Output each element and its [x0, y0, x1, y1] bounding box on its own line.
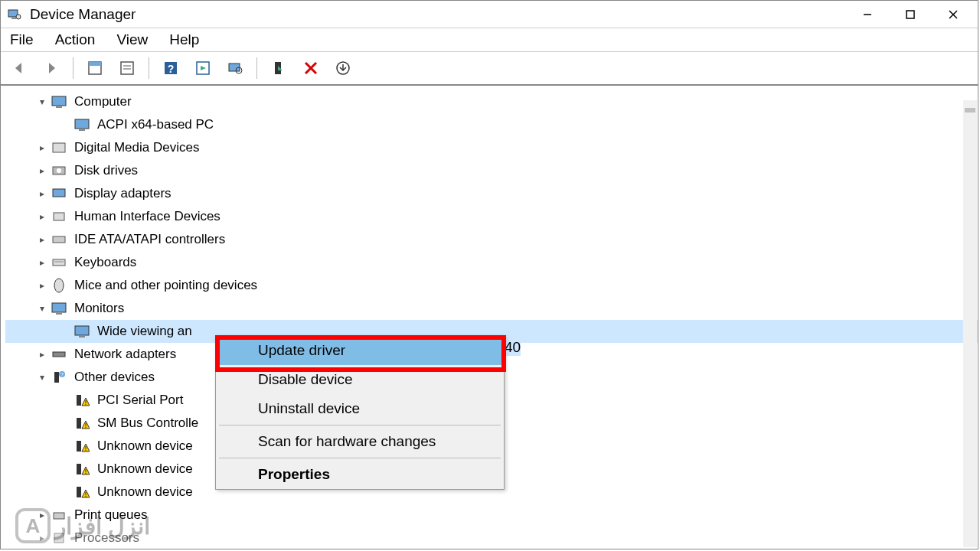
display-icon	[51, 186, 67, 201]
close-button[interactable]	[941, 5, 965, 24]
selected-item-tail: 40	[505, 339, 521, 356]
uninstall-button[interactable]	[299, 56, 323, 80]
help-button[interactable]: ?	[158, 56, 183, 80]
svg-rect-24	[79, 129, 85, 131]
tree-node-monitors[interactable]: ▾ Monitors	[5, 297, 978, 320]
other-icon: ?	[51, 370, 67, 385]
chevron-down-icon[interactable]: ▾	[36, 371, 48, 383]
chevron-right-icon[interactable]: ▸	[36, 256, 48, 269]
warning-icon: !	[74, 461, 90, 477]
menu-file[interactable]: File	[8, 31, 35, 48]
context-scan-hardware[interactable]: Scan for hardware changes	[216, 427, 504, 456]
separator	[219, 425, 501, 425]
tree-node-ide[interactable]: ▸ IDE ATA/ATAPI controllers	[5, 228, 978, 251]
maximize-button[interactable]	[898, 5, 923, 24]
chevron-right-icon[interactable]: ▸	[36, 279, 48, 292]
svg-rect-38	[53, 352, 65, 357]
scrollbar[interactable]	[963, 100, 977, 547]
tree-node-display[interactable]: ▸ Display adapters	[5, 182, 978, 205]
tree-node-mice[interactable]: ▸ Mice and other pointing devices	[5, 274, 978, 297]
svg-rect-37	[79, 336, 85, 337]
enable-button[interactable]	[266, 56, 291, 80]
computer-icon	[51, 94, 67, 109]
svg-rect-46	[77, 441, 81, 452]
svg-text:!: !	[85, 445, 87, 452]
back-button[interactable]	[7, 56, 31, 80]
menu-view[interactable]: View	[115, 31, 149, 48]
app-icon	[7, 7, 22, 22]
tree-label: ACPI x64-based PC	[97, 117, 214, 132]
tree-label: Other devices	[74, 370, 155, 385]
action-button[interactable]	[191, 56, 215, 80]
tree-label: IDE ATA/ATAPI controllers	[74, 232, 225, 247]
svg-point-27	[57, 168, 61, 173]
svg-rect-39	[54, 372, 59, 383]
cpu-icon	[51, 530, 67, 546]
network-icon	[51, 347, 67, 362]
svg-rect-22	[56, 106, 62, 108]
svg-rect-1	[11, 18, 16, 19]
toolbar: ?	[1, 52, 978, 86]
chevron-right-icon[interactable]: ▸	[36, 532, 48, 544]
svg-rect-8	[89, 62, 101, 66]
svg-rect-42	[77, 395, 81, 406]
tree-node-keyboards[interactable]: ▸ Keyboards	[5, 251, 978, 274]
tree-node-computer[interactable]: ▾ Computer	[5, 90, 978, 113]
context-disable-device[interactable]: Disable device	[216, 365, 504, 394]
svg-rect-21	[52, 96, 66, 106]
tree-node-processors[interactable]: ▸ Processors	[5, 527, 978, 549]
show-hide-button[interactable]	[83, 56, 107, 80]
context-uninstall-device[interactable]: Uninstall device	[216, 394, 504, 423]
tree-label: PCI Serial Port	[97, 393, 183, 408]
svg-point-33	[54, 279, 64, 292]
tree-label: Unknown device	[97, 439, 193, 454]
tree-node-hid[interactable]: ▸ Human Interface Devices	[5, 205, 978, 228]
minimize-button[interactable]	[855, 5, 880, 24]
chevron-right-icon[interactable]: ▸	[36, 142, 48, 154]
svg-text:!: !	[85, 491, 87, 498]
scroll-thumb[interactable]	[965, 108, 975, 112]
disk-icon	[51, 163, 67, 178]
chevron-right-icon[interactable]: ▸	[36, 165, 48, 177]
chevron-right-icon[interactable]: ▸	[36, 210, 48, 223]
chevron-right-icon[interactable]: ▸	[36, 509, 48, 521]
chevron-right-icon[interactable]: ▸	[36, 348, 48, 360]
svg-rect-53	[54, 533, 64, 543]
context-update-driver[interactable]: Update driver	[216, 336, 504, 365]
chevron-right-icon[interactable]: ▸	[36, 187, 48, 200]
svg-rect-31	[53, 259, 65, 266]
svg-text:?: ?	[60, 372, 64, 377]
ide-icon	[51, 232, 67, 247]
warning-icon: !	[74, 416, 90, 431]
tree-node-printq[interactable]: ▸ Print queues	[5, 504, 978, 527]
svg-text:?: ?	[168, 63, 175, 75]
tree-label: Print queues	[74, 507, 147, 523]
menu-help[interactable]: Help	[168, 31, 201, 48]
svg-rect-29	[54, 213, 64, 220]
warning-icon: !	[74, 439, 90, 454]
svg-rect-52	[54, 513, 64, 519]
titlebar: Device Manager	[1, 1, 978, 28]
tree-label: Wide viewing an	[97, 324, 192, 339]
window-title: Device Manager	[30, 6, 855, 23]
svg-rect-30	[53, 236, 65, 243]
svg-rect-4	[906, 11, 914, 18]
tree-label: Unknown device	[97, 461, 193, 477]
menubar: File Action View Help	[1, 28, 978, 52]
properties-button[interactable]	[115, 56, 139, 80]
chevron-right-icon[interactable]: ▸	[36, 233, 48, 246]
menu-action[interactable]: Action	[54, 31, 97, 48]
forward-button[interactable]	[39, 56, 64, 80]
tree-label: Display adapters	[74, 186, 172, 201]
chevron-down-icon[interactable]: ▾	[36, 302, 48, 315]
mouse-icon	[51, 278, 67, 293]
tree-node-acpi[interactable]: ACPI x64-based PC	[5, 113, 978, 136]
svg-rect-36	[75, 326, 89, 335]
context-properties[interactable]: Properties	[216, 460, 504, 489]
tree-node-disk[interactable]: ▸ Disk drives	[5, 159, 978, 182]
monitor-icon	[74, 324, 90, 339]
tree-node-dmd[interactable]: ▸ Digital Media Devices	[5, 136, 978, 159]
chevron-down-icon[interactable]: ▾	[36, 96, 48, 108]
scan-button[interactable]	[223, 56, 247, 80]
update-button[interactable]	[331, 56, 355, 80]
